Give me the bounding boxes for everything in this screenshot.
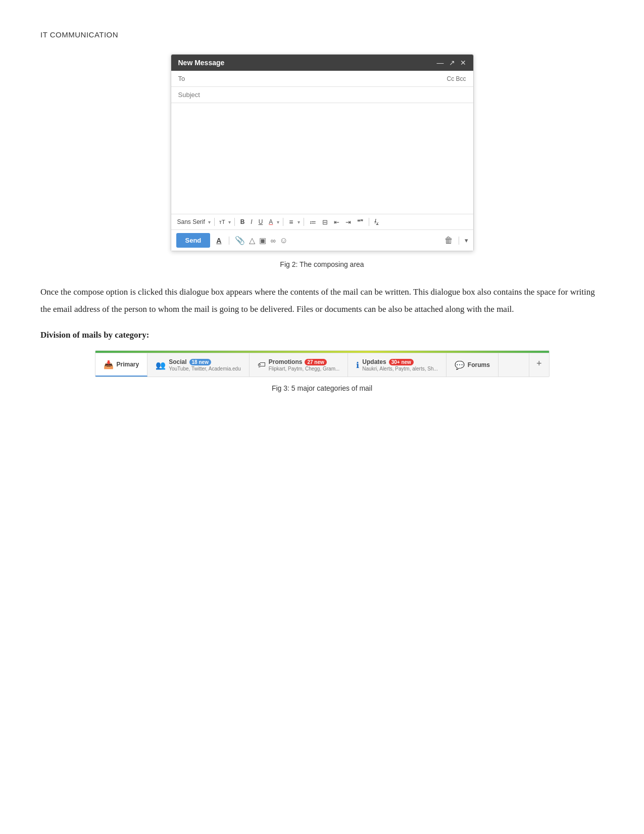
close-icon[interactable]: ✕ <box>460 59 466 67</box>
font-family-arrow: ▾ <box>208 219 211 225</box>
link-icon[interactable]: ∞ <box>270 237 275 245</box>
separator-1 <box>214 218 215 226</box>
fig3-caption: Fig 3: 5 major categories of mail <box>40 384 604 392</box>
tab-promotions[interactable]: 🏷 Promotions 27 new Flipkart, Paytm, Che… <box>250 353 349 377</box>
promotions-sub: Flipkart, Paytm, Chegg, Gram... <box>269 366 340 372</box>
align-arrow: ▾ <box>298 219 300 225</box>
quote-button[interactable]: ❝❞ <box>355 217 365 226</box>
body-paragraph: Once the compose option is clicked this … <box>40 284 604 318</box>
updates-label: Updates <box>362 358 386 365</box>
social-badge: 18 new <box>189 359 211 365</box>
separator-2 <box>234 218 235 226</box>
primary-icon: 📥 <box>104 360 114 369</box>
to-input[interactable] <box>192 75 447 82</box>
primary-label: Primary <box>117 361 139 368</box>
font-size-dropdown[interactable]: тT <box>218 218 226 226</box>
cc-bcc-button[interactable]: Cc Bcc <box>447 75 466 82</box>
separator-5 <box>369 218 369 226</box>
formatting-bar: Sans Serif ▾ тT ▾ B I U A ▾ ≡ ▾ ≔ ⊟ ⇤ ⇥ … <box>171 214 473 230</box>
compose-subject-row <box>171 87 473 103</box>
promotions-icon: 🏷 <box>258 360 266 369</box>
toolbar-end-separator <box>459 237 459 245</box>
promotions-col: Promotions 27 new Flipkart, Paytm, Chegg… <box>269 358 340 372</box>
format-underline-btn[interactable]: A <box>214 236 223 246</box>
send-button[interactable]: Send <box>176 233 211 248</box>
updates-icon: ℹ <box>356 360 359 370</box>
compose-header: New Message — ↗ ✕ <box>171 55 473 71</box>
social-col: Social 18 new YouTube, Twitter, Academia… <box>169 358 241 372</box>
tab-updates[interactable]: ℹ Updates 30+ new Naukri, Alerts, Paytm,… <box>348 353 447 377</box>
updates-col: Updates 30+ new Naukri, Alerts, Paytm, a… <box>362 358 438 372</box>
compose-wrapper: New Message — ↗ ✕ To Cc Bcc Sans Serif ▾… <box>40 54 604 251</box>
updates-sub: Naukri, Alerts, Paytm, alerts, Sh... <box>362 366 438 372</box>
section-heading: Division of mails by category: <box>40 330 604 340</box>
forums-label: Forums <box>468 361 490 368</box>
compose-toolbar: Send A 📎 △ ▣ ∞ ☺ 🗑 ▾ <box>171 230 473 251</box>
underline-button[interactable]: U <box>257 217 265 226</box>
attach-icon[interactable]: 📎 <box>235 236 245 245</box>
more-options-icon[interactable]: ▾ <box>465 237 468 244</box>
remove-format-button[interactable]: Ix <box>373 217 381 227</box>
tab-social[interactable]: 👥 Social 18 new YouTube, Twitter, Academ… <box>147 353 250 377</box>
page-title: IT COMMUNICATION <box>40 30 604 39</box>
promotions-label: Promotions <box>269 358 303 365</box>
compose-body-area[interactable] <box>171 103 473 214</box>
expand-icon[interactable]: ↗ <box>449 59 455 67</box>
promotions-badge: 27 new <box>305 359 326 365</box>
bullet-list-button[interactable]: ⊟ <box>320 217 330 227</box>
minimize-icon[interactable]: — <box>437 59 444 67</box>
compose-title: New Message <box>178 59 225 67</box>
forums-icon: 💬 <box>455 360 465 370</box>
toolbar-separator <box>229 237 229 245</box>
separator-3 <box>283 218 283 226</box>
to-label: To <box>178 75 192 82</box>
social-label: Social <box>169 358 186 365</box>
photo-icon[interactable]: ▣ <box>259 236 266 245</box>
emoji-icon[interactable]: ☺ <box>279 236 287 245</box>
compose-dialog: New Message — ↗ ✕ To Cc Bcc Sans Serif ▾… <box>171 54 474 251</box>
tab-primary[interactable]: 📥 Primary <box>95 353 148 377</box>
fig2-caption: Fig 2: The composing area <box>40 260 604 268</box>
indent-less-button[interactable]: ⇤ <box>332 217 341 227</box>
italic-button[interactable]: I <box>249 217 254 226</box>
add-tab-button[interactable]: + <box>529 353 549 377</box>
compose-header-controls: — ↗ ✕ <box>437 59 466 67</box>
bold-button[interactable]: B <box>238 217 247 226</box>
compose-to-row: To Cc Bcc <box>171 71 473 87</box>
font-family-dropdown[interactable]: Sans Serif <box>176 217 206 226</box>
updates-badge: 30+ new <box>389 359 414 365</box>
numbered-list-button[interactable]: ≔ <box>308 217 318 227</box>
delete-icon[interactable]: 🗑 <box>444 236 453 246</box>
social-icon: 👥 <box>156 360 166 370</box>
tabs-row: 📥 Primary 👥 Social 18 new YouTube, Twitt… <box>95 353 549 377</box>
subject-input[interactable] <box>178 91 466 99</box>
indent-more-button[interactable]: ⇥ <box>343 217 353 227</box>
drive-icon[interactable]: △ <box>249 236 255 245</box>
tab-forums[interactable]: 💬 Forums <box>447 353 499 377</box>
social-sub: YouTube, Twitter, Academia.edu <box>169 366 241 372</box>
font-size-arrow: ▾ <box>228 219 231 225</box>
separator-4 <box>304 218 304 226</box>
text-color-arrow: ▾ <box>277 219 279 225</box>
align-button[interactable]: ≡ <box>287 217 295 227</box>
text-color-button[interactable]: A <box>267 217 275 226</box>
gmail-tabs: 📥 Primary 👥 Social 18 new YouTube, Twitt… <box>95 350 550 377</box>
gmail-tabs-wrapper: 📥 Primary 👥 Social 18 new YouTube, Twitt… <box>40 350 604 377</box>
